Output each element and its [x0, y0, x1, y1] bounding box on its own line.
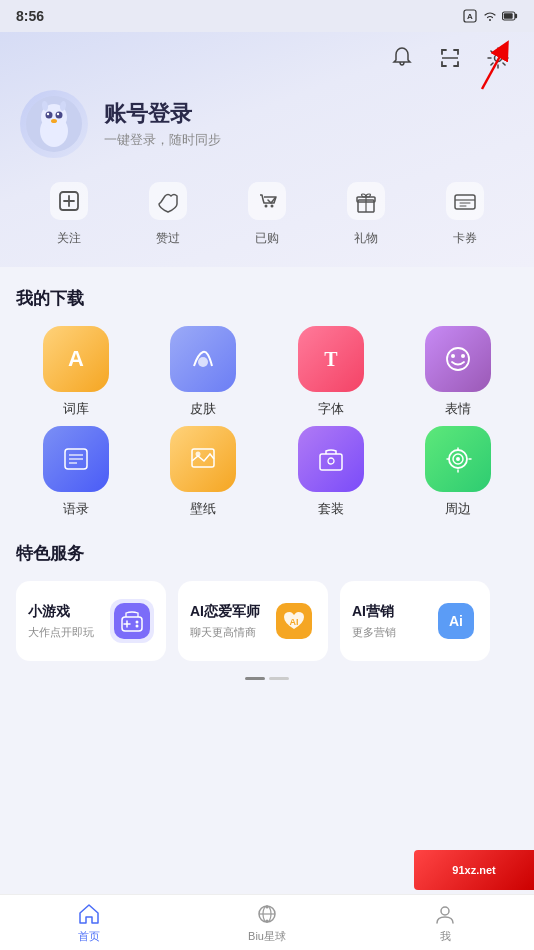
grid-item-yulu[interactable]: 语录 [16, 426, 136, 518]
watermark: 91xz.net [414, 850, 534, 890]
svg-rect-48 [320, 454, 342, 470]
bottom-nav: 首页 Biu星球 我 [0, 894, 534, 950]
grid-item-pifu[interactable]: 皮肤 [144, 326, 264, 418]
svg-rect-4 [504, 13, 513, 18]
ziti-label: 字体 [318, 400, 344, 418]
follow-icon [46, 178, 92, 224]
grid-item-ziti[interactable]: T 字体 [271, 326, 391, 418]
svg-point-14 [47, 113, 49, 115]
quick-action-purchased[interactable]: 已购 [244, 178, 290, 247]
svg-point-66 [266, 905, 269, 908]
svg-point-47 [196, 452, 201, 457]
zhoubian-icon [425, 426, 491, 492]
svg-point-37 [198, 357, 208, 367]
grid-item-bizhi[interactable]: 壁纸 [144, 426, 264, 518]
service-card-ai-love[interactable]: AI恋爱军师 聊天更高情商 AI [178, 581, 328, 661]
svg-point-52 [456, 457, 460, 461]
xiaoyouxi-sub: 大作点开即玩 [28, 625, 94, 640]
main-content: 我的下载 A 词库 皮肤 T [0, 267, 534, 950]
svg-point-57 [136, 621, 139, 624]
svg-point-40 [451, 354, 455, 358]
quick-action-follow[interactable]: 关注 [46, 178, 92, 247]
red-arrow-annotation [452, 34, 512, 94]
yulu-icon [43, 426, 109, 492]
xiaoyouxi-icon [110, 599, 154, 643]
profile-text: 账号登录 一键登录，随时同步 [104, 99, 221, 149]
svg-rect-3 [515, 14, 517, 18]
watermark-text: 91xz.net [452, 864, 495, 876]
svg-point-26 [270, 205, 273, 208]
ai-love-title: AI恋爱军师 [190, 603, 260, 621]
svg-text:Ai: Ai [449, 613, 463, 629]
biu-nav-icon [255, 902, 279, 926]
profile-subtitle: 一键登录，随时同步 [104, 131, 221, 149]
ai-marketing-title: AI营销 [352, 603, 396, 621]
home-nav-icon [77, 902, 101, 926]
status-bar: 8:56 A [0, 0, 534, 32]
header-top-icons [20, 42, 514, 74]
svg-point-41 [461, 354, 465, 358]
gift-label: 礼物 [354, 230, 378, 247]
notification-button[interactable] [386, 42, 418, 74]
svg-point-68 [441, 907, 449, 915]
header: 账号登录 一键登录，随时同步 关注 [0, 32, 534, 267]
pifu-label: 皮肤 [190, 400, 216, 418]
ai-love-icon: AI [272, 599, 316, 643]
taozhuang-label: 套装 [318, 500, 344, 518]
svg-rect-31 [446, 182, 484, 220]
nav-item-biu[interactable]: Biu星球 [178, 895, 356, 950]
biu-nav-label: Biu星球 [248, 929, 286, 944]
svg-point-39 [447, 348, 469, 370]
svg-line-8 [482, 49, 504, 89]
ai-love-text: AI恋爱军师 聊天更高情商 [190, 603, 260, 640]
grid-item-biaoqing[interactable]: 表情 [399, 326, 519, 418]
quick-action-liked[interactable]: 赞过 [145, 178, 191, 247]
ziti-icon: T [298, 326, 364, 392]
grid-item-zhoubian[interactable]: 周边 [399, 426, 519, 518]
liked-label: 赞过 [156, 230, 180, 247]
wifi-icon [482, 8, 498, 24]
services-row: 小游戏 大作点开即玩 AI恋爱军师 聊天更高情商 [16, 581, 518, 669]
biaoqing-label: 表情 [445, 400, 471, 418]
coupon-label: 卡券 [453, 230, 477, 247]
pifu-icon [170, 326, 236, 392]
purchased-icon [244, 178, 290, 224]
ai-marketing-icon: Ai [434, 599, 478, 643]
ciku-icon: A [43, 326, 109, 392]
downloads-grid: A 词库 皮肤 T 字体 [16, 326, 518, 518]
service-card-xiaoyouxi[interactable]: 小游戏 大作点开即玩 [16, 581, 166, 661]
follow-label: 关注 [57, 230, 81, 247]
status-icons: A [462, 8, 518, 24]
quick-actions: 关注 赞过 已购 [20, 178, 514, 247]
me-nav-icon [433, 902, 457, 926]
services-title: 特色服务 [16, 542, 518, 565]
gift-icon [343, 178, 389, 224]
quick-action-gift[interactable]: 礼物 [343, 178, 389, 247]
svg-point-49 [328, 458, 334, 464]
svg-point-12 [46, 112, 53, 119]
liked-icon [145, 178, 191, 224]
svg-point-67 [266, 919, 269, 922]
ai-marketing-sub: 更多营销 [352, 625, 396, 640]
bizhi-label: 壁纸 [190, 500, 216, 518]
me-nav-label: 我 [440, 929, 451, 944]
svg-point-13 [56, 112, 63, 119]
nav-item-me[interactable]: 我 [356, 895, 534, 950]
svg-point-58 [136, 625, 139, 628]
svg-rect-24 [248, 182, 286, 220]
battery-icon [502, 8, 518, 24]
profile-section[interactable]: 账号登录 一键登录，随时同步 [20, 90, 514, 158]
svg-text:A: A [467, 12, 473, 21]
ai-marketing-text: AI营销 更多营销 [352, 603, 396, 640]
service-card-ai-marketing[interactable]: AI营销 更多营销 Ai [340, 581, 490, 661]
downloads-title: 我的下载 [16, 287, 518, 310]
status-time: 8:56 [16, 8, 44, 24]
grid-item-ciku[interactable]: A 词库 [16, 326, 136, 418]
svg-rect-23 [149, 182, 187, 220]
grid-item-taozhuang[interactable]: 套装 [271, 426, 391, 518]
quick-action-coupon[interactable]: 卡券 [442, 178, 488, 247]
coupon-icon [442, 178, 488, 224]
nav-item-home[interactable]: 首页 [0, 895, 178, 950]
ciku-label: 词库 [63, 400, 89, 418]
scroll-dot-2 [269, 677, 289, 680]
